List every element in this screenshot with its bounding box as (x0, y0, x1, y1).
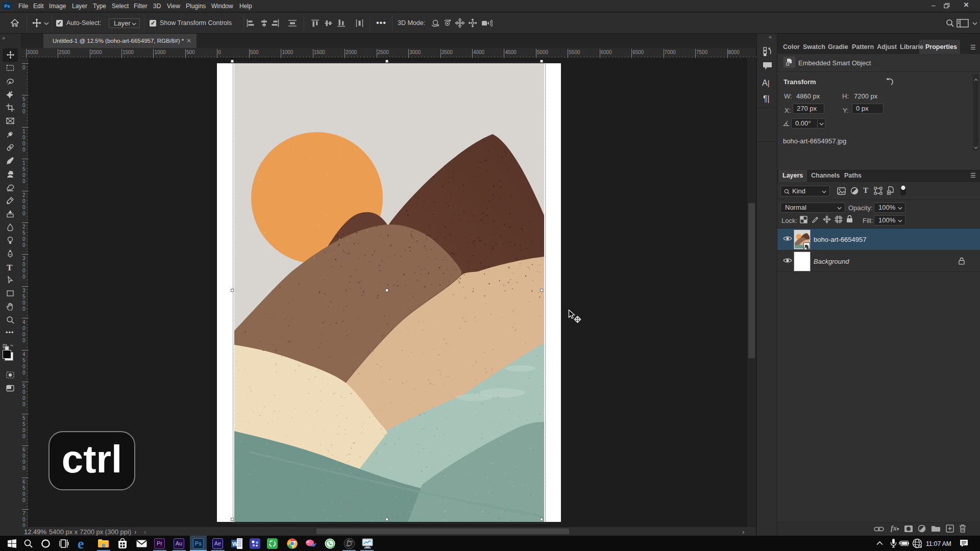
svg-text:W: W (232, 541, 238, 547)
